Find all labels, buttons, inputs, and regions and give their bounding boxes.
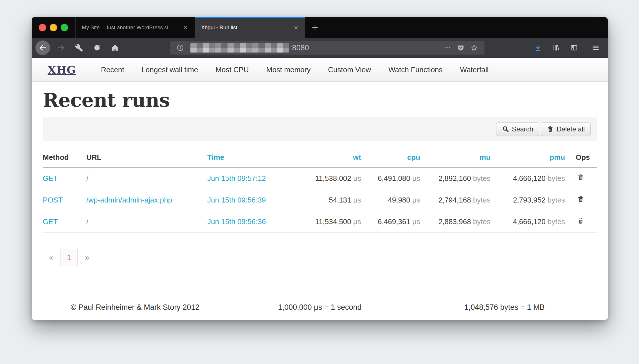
pocket-icon[interactable]: [455, 42, 466, 53]
run-url-link[interactable]: /: [86, 217, 88, 226]
back-arrow-icon: [39, 44, 47, 52]
bookmark-star-icon[interactable]: [469, 42, 480, 53]
library-icon: [552, 44, 560, 52]
tab-wordpress-site[interactable]: My Site – Just another WordPress si: [75, 17, 195, 38]
trash-icon: [577, 217, 584, 224]
forward-button[interactable]: [54, 41, 68, 55]
close-window-button[interactable]: [39, 24, 46, 31]
zoom-window-button[interactable]: [61, 24, 68, 31]
run-cpu-value: 6,469,361 μs: [372, 211, 431, 233]
back-button[interactable]: [35, 40, 50, 55]
wrench-icon: [75, 44, 83, 52]
run-mu-value: 2,794,168 bytes: [431, 189, 501, 211]
unit-label: bytes: [548, 196, 565, 204]
sort-by-mu-link[interactable]: mu: [480, 153, 490, 161]
nav-item-recent[interactable]: Recent: [92, 58, 133, 81]
page-footer: © Paul Reinheimer & Mark Story 2012 1,00…: [43, 291, 597, 312]
run-pmu-value: 2,793,952 bytes: [501, 189, 576, 211]
run-wt-value: 54,131 μs: [300, 189, 372, 211]
nav-item-waterfall[interactable]: Waterfall: [451, 58, 498, 81]
delete-run-button[interactable]: [576, 217, 584, 224]
close-tab-icon[interactable]: [181, 23, 190, 32]
site-info-icon[interactable]: [175, 42, 186, 53]
run-url-link[interactable]: /: [86, 174, 88, 183]
sidebar-icon: [570, 44, 578, 52]
run-row: GET / Jun 15th 09:56:36 11,534,500 μs 6,…: [43, 211, 597, 233]
plus-icon: [311, 24, 319, 31]
run-method-link[interactable]: GET: [43, 217, 58, 226]
copyright-text: © Paul Reinheimer & Mark Story 2012: [71, 303, 199, 312]
run-time-link[interactable]: Jun 15th 09:56:36: [207, 217, 266, 226]
unit-label: bytes: [473, 174, 490, 183]
unit-label: μs: [353, 217, 361, 226]
delete-run-button[interactable]: [576, 174, 584, 181]
sort-by-cpu-link[interactable]: cpu: [407, 153, 420, 161]
downloads-button[interactable]: [531, 41, 545, 55]
sort-by-time-link[interactable]: Time: [207, 153, 224, 161]
forward-arrow-icon: [57, 44, 65, 52]
unit-label: μs: [353, 174, 361, 183]
unit-label: μs: [412, 217, 420, 226]
unit-label: μs: [412, 174, 420, 183]
run-wt-value: 11,534,500 μs: [300, 211, 372, 233]
column-header-cpu: cpu: [372, 149, 431, 167]
hamburger-icon: [592, 44, 600, 52]
sort-by-pmu-link[interactable]: pmu: [550, 153, 565, 161]
run-method-link[interactable]: GET: [43, 174, 58, 183]
column-header-time: Time: [207, 149, 300, 167]
download-icon: [534, 44, 542, 52]
home-button[interactable]: [108, 41, 122, 55]
run-row: GET / Jun 15th 09:57:12 11,538,002 μs 6,…: [43, 167, 597, 189]
nav-item-watch-functions[interactable]: Watch Functions: [380, 58, 451, 81]
column-header-wt: wt: [300, 149, 372, 167]
run-url-link[interactable]: /wp-admin/admin-ajax.php: [86, 196, 172, 204]
tab-xhgui-run-list[interactable]: Xhgui - Run list: [195, 17, 305, 38]
run-time-link[interactable]: Jun 15th 09:57:12: [207, 174, 266, 183]
pagination: « 1 »: [43, 249, 597, 266]
run-pmu-value: 4,666,120 bytes: [501, 211, 576, 233]
delete-all-button[interactable]: Delete all: [541, 122, 591, 136]
runs-table: Method URL Time wt cpu mu pmu Ops GET / …: [43, 149, 597, 233]
delete-run-button[interactable]: [576, 195, 584, 203]
tab-bar: My Site – Just another WordPress si Xhgu…: [32, 17, 608, 38]
run-time-link[interactable]: Jun 15th 09:56:39: [207, 196, 266, 204]
column-header-ops: Ops: [576, 149, 597, 167]
pagination-next-button[interactable]: »: [85, 253, 89, 262]
microseconds-note: 1,000,000 μs = 1 second: [278, 303, 361, 312]
brand-logo[interactable]: XHG: [32, 58, 92, 81]
developer-tools-button[interactable]: [72, 41, 86, 55]
reload-button[interactable]: [90, 41, 104, 55]
menu-button[interactable]: [589, 41, 603, 55]
navigation-toolbar: :8080: [32, 38, 608, 58]
run-method-link[interactable]: POST: [43, 196, 63, 204]
nav-item-most-memory[interactable]: Most memory: [258, 58, 319, 81]
home-icon: [111, 44, 119, 52]
minimize-window-button[interactable]: [50, 24, 57, 31]
trash-icon: [577, 174, 584, 181]
pagination-prev-button[interactable]: «: [49, 253, 53, 262]
new-tab-button[interactable]: [305, 17, 325, 38]
column-header-pmu: pmu: [501, 149, 576, 167]
unit-label: bytes: [473, 217, 490, 226]
run-pmu-value: 4,666,120 bytes: [501, 167, 576, 189]
run-cpu-value: 49,980 μs: [372, 189, 431, 211]
tab-title: My Site – Just another WordPress si: [82, 24, 181, 31]
pagination-current-page[interactable]: 1: [60, 249, 78, 266]
nav-item-most-cpu[interactable]: Most CPU: [207, 58, 257, 81]
library-button[interactable]: [549, 41, 563, 55]
close-tab-icon[interactable]: [291, 23, 301, 32]
sort-by-wt-link[interactable]: wt: [353, 153, 361, 161]
column-header-method: Method: [43, 149, 86, 167]
page-actions-icon[interactable]: [442, 42, 453, 53]
nav-item-custom-view[interactable]: Custom View: [319, 58, 380, 81]
run-row: POST /wp-admin/admin-ajax.php Jun 15th 0…: [43, 189, 597, 211]
sidebars-button[interactable]: [567, 41, 581, 55]
run-cpu-value: 6,491,080 μs: [372, 167, 431, 189]
reload-icon: [93, 44, 101, 52]
nav-item-longest-wall-time[interactable]: Longest wall time: [133, 58, 207, 81]
trash-icon: [547, 126, 554, 133]
actions-panel: Search Delete all: [43, 117, 597, 141]
xhgui-navbar: XHG Recent Longest wall time Most CPU Mo…: [32, 58, 608, 82]
url-bar[interactable]: :8080: [170, 41, 485, 55]
search-button[interactable]: Search: [496, 122, 539, 136]
